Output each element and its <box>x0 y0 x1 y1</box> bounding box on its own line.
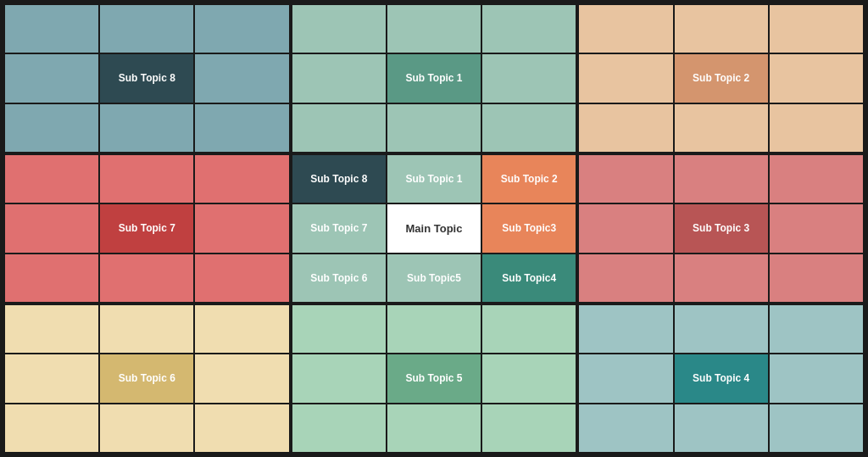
cell <box>675 305 768 353</box>
center-subtopic5: Sub Topic5 <box>387 254 481 302</box>
cell <box>579 54 672 102</box>
cell <box>100 104 193 152</box>
cell <box>5 54 98 102</box>
cell <box>482 404 576 452</box>
panel-subtopic6: Sub Topic 6 <box>5 305 289 452</box>
cell <box>387 404 481 452</box>
subtopic6-label: Sub Topic 6 <box>100 354 193 402</box>
cell <box>770 354 863 402</box>
cell <box>482 54 576 102</box>
cell <box>579 5 672 53</box>
cell <box>195 305 288 353</box>
cell <box>292 305 386 353</box>
panel-subtopic7: Sub Topic 7 <box>5 155 289 302</box>
cell <box>579 104 672 152</box>
cell <box>579 305 672 353</box>
cell <box>579 204 672 252</box>
cell <box>100 404 193 452</box>
center-subtopic7: Sub Topic 7 <box>292 204 386 252</box>
cell <box>5 354 98 402</box>
cell <box>770 155 863 203</box>
subtopic8-label: Sub Topic 8 <box>100 54 193 102</box>
cell <box>195 204 288 252</box>
cell <box>5 305 98 353</box>
cell <box>292 5 386 53</box>
cell <box>100 5 193 53</box>
cell <box>195 404 288 452</box>
cell <box>675 155 768 203</box>
cell <box>482 104 576 152</box>
cell <box>482 354 576 402</box>
panel-subtopic5: Sub Topic 5 <box>292 305 576 452</box>
cell <box>579 404 672 452</box>
cell <box>482 5 576 53</box>
subtopic4-label: Sub Topic 4 <box>675 354 768 402</box>
center-subtopic3: Sub Topic3 <box>482 204 576 252</box>
center-subtopic4: Sub Topic4 <box>482 254 576 302</box>
center-subtopic8: Sub Topic 8 <box>292 155 386 203</box>
cell <box>770 404 863 452</box>
cell <box>675 404 768 452</box>
cell <box>675 5 768 53</box>
cell <box>387 305 481 353</box>
cell <box>195 5 288 53</box>
subtopic7-label: Sub Topic 7 <box>100 204 193 252</box>
cell <box>675 104 768 152</box>
cell <box>675 254 768 302</box>
panel-subtopic1: Sub Topic 1 <box>292 5 576 152</box>
panel-subtopic8: Sub Topic 8 <box>5 5 289 152</box>
panel-subtopic3: Sub Topic 3 <box>579 155 863 302</box>
cell <box>195 104 288 152</box>
center-subtopic2: Sub Topic 2 <box>482 155 576 203</box>
center-maintopic: Main Topic <box>387 204 481 252</box>
cell <box>770 104 863 152</box>
cell <box>770 305 863 353</box>
cell <box>579 254 672 302</box>
cell <box>195 354 288 402</box>
panel-subtopic2: Sub Topic 2 <box>579 5 863 152</box>
subtopic5-label: Sub Topic 5 <box>387 354 481 402</box>
cell <box>482 305 576 353</box>
cell <box>387 5 481 53</box>
cell <box>387 104 481 152</box>
cell <box>292 54 386 102</box>
subtopic2-label: Sub Topic 2 <box>675 54 768 102</box>
cell <box>770 204 863 252</box>
cell <box>100 155 193 203</box>
cell <box>195 155 288 203</box>
cell <box>195 54 288 102</box>
center-subtopic1: Sub Topic 1 <box>387 155 481 203</box>
center-subtopic6: Sub Topic 6 <box>292 254 386 302</box>
cell <box>5 204 98 252</box>
subtopic1-label: Sub Topic 1 <box>387 54 481 102</box>
cell <box>292 354 386 402</box>
cell <box>5 155 98 203</box>
mind-map-grid: Sub Topic 8 Sub Topic 1 Sub Topic 2 Su <box>2 2 866 455</box>
cell <box>770 54 863 102</box>
cell <box>770 254 863 302</box>
cell <box>5 404 98 452</box>
cell <box>770 5 863 53</box>
cell <box>5 254 98 302</box>
subtopic3-label: Sub Topic 3 <box>675 204 768 252</box>
cell <box>100 254 193 302</box>
cell <box>5 5 98 53</box>
cell <box>292 404 386 452</box>
cell <box>100 305 193 353</box>
cell <box>579 354 672 402</box>
cell <box>292 104 386 152</box>
cell <box>579 155 672 203</box>
panel-subtopic4: Sub Topic 4 <box>579 305 863 452</box>
cell <box>5 104 98 152</box>
panel-center: Sub Topic 8 Sub Topic 1 Sub Topic 2 Sub … <box>292 155 576 302</box>
cell <box>195 254 288 302</box>
